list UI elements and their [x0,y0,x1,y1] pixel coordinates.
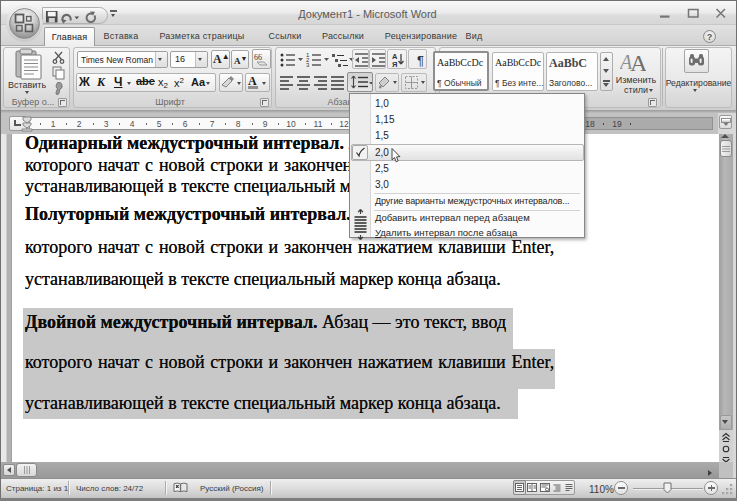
svg-text:A: A [630,50,646,72]
svg-text:66: 66 [254,53,262,62]
svg-text:3: 3 [306,62,310,68]
